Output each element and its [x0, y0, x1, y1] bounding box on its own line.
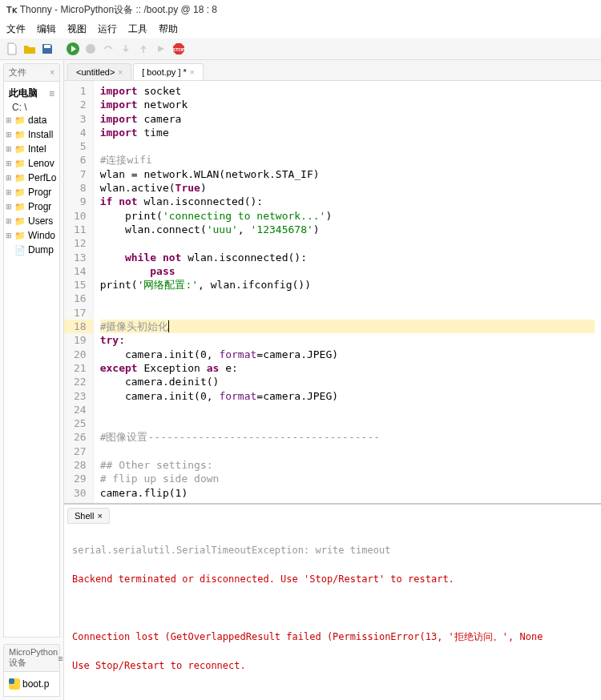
menu-help[interactable]: 帮助 — [159, 22, 178, 36]
close-icon[interactable]: × — [190, 68, 195, 77]
root-label: 此电脑 — [9, 86, 38, 100]
menu-run[interactable]: 运行 — [98, 22, 117, 36]
tree-folder-item[interactable]: ⊞📁Lenov — [6, 156, 58, 171]
device-panel-label: MicroPython设备 — [9, 647, 58, 669]
folder-name: Progr — [28, 201, 51, 212]
window-title: Thonny - MicroPython设备 :: /boot.py @ 18 … — [20, 3, 217, 17]
svg-rect-0 — [44, 45, 50, 48]
tab-label: <untitled> — [76, 67, 115, 77]
svg-point-2 — [86, 44, 95, 54]
folder-icon: 📁 — [14, 173, 26, 183]
file-icon: 📄 — [14, 245, 26, 255]
file-name: Dump — [28, 244, 54, 255]
folder-name: data — [28, 115, 46, 126]
python-icon — [9, 678, 20, 690]
expand-icon[interactable]: ⊞ — [6, 174, 12, 182]
shell-error: Use Stop/Restart to reconnect. — [72, 660, 246, 671]
files-panel-header: 文件 × — [3, 63, 60, 82]
step-over-button — [101, 42, 115, 56]
folder-name: PerfLo — [28, 172, 56, 183]
tree-folder-item[interactable]: ⊞📁Install — [6, 127, 58, 142]
device-tree[interactable]: boot.p — [3, 672, 60, 697]
device-file-item[interactable]: boot.p — [9, 677, 54, 691]
menu-tools[interactable]: 工具 — [128, 22, 147, 36]
shell-label: Shell — [75, 511, 94, 521]
expand-icon[interactable]: ⊞ — [6, 116, 12, 124]
tab-boot[interactable]: [ boot.py ] * × — [133, 63, 204, 80]
tree-file-item[interactable]: 📄Dump — [6, 243, 58, 257]
toolbar: STOP — [0, 38, 601, 60]
files-panel-label: 文件 — [9, 66, 26, 78]
folder-name: Users — [28, 215, 53, 227]
menu-icon[interactable]: ≡ — [49, 88, 54, 99]
step-out-button — [136, 42, 151, 56]
expand-icon[interactable]: ⊞ — [6, 145, 12, 153]
tree-folder-item[interactable]: ⊞📁PerfLo — [6, 171, 58, 185]
tree-folder-item[interactable]: ⊞📁Users — [6, 214, 58, 228]
code-content[interactable]: import socketimport networkimport camera… — [94, 81, 601, 503]
save-button[interactable] — [40, 42, 54, 56]
line-gutter: 1234567891011121314151617181920212223242… — [64, 81, 94, 503]
close-icon[interactable]: × — [118, 68, 123, 77]
root-path[interactable]: C: \ — [6, 102, 58, 113]
menu-edit[interactable]: 编辑 — [37, 22, 56, 36]
app-icon: Tᴋ — [6, 5, 17, 15]
svg-text:STOP: STOP — [172, 47, 185, 52]
close-icon[interactable]: × — [50, 68, 54, 77]
folder-name: Windo — [28, 230, 55, 241]
folder-name: Progr — [28, 187, 51, 198]
folder-icon: 📁 — [14, 231, 26, 241]
debug-button — [83, 42, 98, 56]
tab-label: [ boot.py ] * — [142, 67, 187, 77]
step-into-button — [119, 42, 133, 56]
editor-tabs: <untitled> × [ boot.py ] * × — [64, 60, 601, 81]
expand-icon[interactable]: ⊞ — [6, 217, 12, 225]
new-file-button[interactable] — [5, 42, 19, 56]
folder-icon: 📁 — [14, 130, 26, 140]
code-editor[interactable]: 1234567891011121314151617181920212223242… — [64, 81, 601, 503]
menu-file[interactable]: 文件 — [6, 22, 26, 36]
folder-icon: 📁 — [14, 115, 26, 126]
shell-tab[interactable]: Shell × — [67, 508, 110, 524]
run-button[interactable] — [66, 42, 80, 56]
device-panel-header: MicroPython设备 ≡ — [3, 644, 60, 672]
tree-folder-item[interactable]: ⊞📁Intel — [6, 142, 58, 156]
folder-icon: 📁 — [14, 144, 26, 155]
title-bar: Tᴋ Thonny - MicroPython设备 :: /boot.py @ … — [0, 0, 601, 20]
menu-bar: 文件 编辑 视图 运行 工具 帮助 — [0, 20, 601, 38]
folder-icon: 📁 — [14, 202, 26, 212]
tab-untitled[interactable]: <untitled> × — [67, 63, 131, 80]
menu-icon[interactable]: ≡ — [58, 654, 63, 663]
tree-folder-item[interactable]: ⊞📁data — [6, 113, 58, 127]
shell-panel: Shell × serial.serialutil.SerialTimeoutE… — [64, 503, 601, 700]
close-icon[interactable]: × — [97, 511, 102, 521]
file-tree[interactable]: 此电脑 ≡ C: \ ⊞📁data⊞📁Install⊞📁Intel⊞📁Lenov… — [3, 82, 60, 638]
resume-button — [154, 42, 168, 56]
tree-folder-item[interactable]: ⊞📁Progr — [6, 199, 58, 214]
expand-icon[interactable]: ⊞ — [6, 159, 12, 167]
expand-icon[interactable]: ⊞ — [6, 231, 12, 239]
shell-error: Connection lost (GetOverlappedResult fai… — [72, 631, 543, 642]
shell-output[interactable]: serial.serialutil.SerialTimeoutException… — [64, 524, 601, 700]
open-file-button[interactable] — [22, 42, 37, 56]
tree-folder-item[interactable]: ⊞📁Windo — [6, 228, 58, 243]
expand-icon[interactable]: ⊞ — [6, 131, 12, 139]
tree-root[interactable]: 此电脑 ≡ — [6, 85, 58, 102]
folder-name: Install — [28, 129, 53, 140]
expand-icon[interactable]: ⊞ — [6, 188, 12, 196]
expand-icon[interactable]: ⊞ — [6, 203, 12, 211]
menu-view[interactable]: 视图 — [67, 22, 87, 36]
folder-name: Lenov — [28, 158, 54, 169]
sidebar: 文件 × 此电脑 ≡ C: \ ⊞📁data⊞📁Install⊞📁Intel⊞📁… — [0, 60, 64, 700]
tree-folder-item[interactable]: ⊞📁Progr — [6, 185, 58, 199]
folder-icon: 📁 — [14, 216, 26, 227]
folder-icon: 📁 — [14, 187, 26, 198]
device-file-name: boot.p — [22, 678, 49, 690]
folder-icon: 📁 — [14, 159, 26, 169]
folder-name: Intel — [28, 143, 46, 155]
shell-line: serial.serialutil.SerialTimeoutException… — [72, 545, 390, 556]
shell-error: Backend terminated or disconnected. Use … — [72, 573, 454, 585]
stop-button[interactable]: STOP — [171, 42, 186, 56]
